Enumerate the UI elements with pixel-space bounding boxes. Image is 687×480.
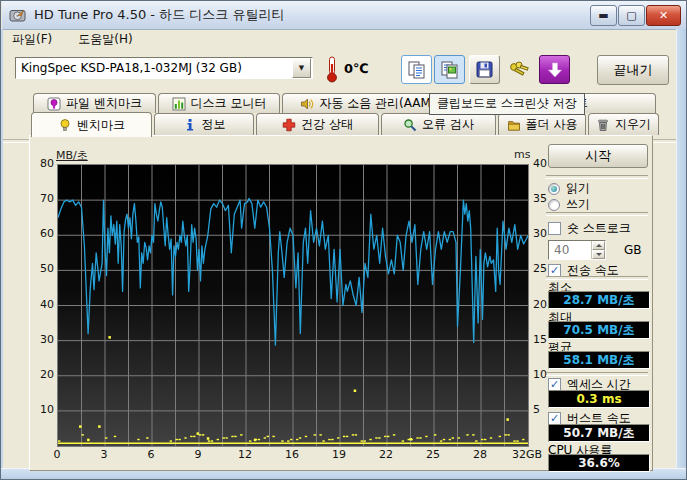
axis-tick: 6	[134, 448, 168, 461]
separator	[546, 212, 648, 216]
window-title: HD Tune Pro 4.50 - 하드 디스크 유틸리티	[34, 6, 284, 24]
update-button[interactable]	[539, 55, 570, 84]
spin-up-icon	[596, 244, 602, 247]
copy-screenshot-button[interactable]	[434, 55, 465, 84]
tab-info[interactable]: 정보	[154, 113, 254, 135]
left-axis-unit: MB/초	[56, 148, 88, 163]
tab-label: 폴더 사용	[526, 116, 578, 133]
axis-tick: 12	[228, 448, 262, 461]
health-cross-icon	[282, 118, 296, 132]
benchmark-page: MB/초 ms 8070605040302010 403530252015105…	[29, 135, 653, 471]
menu-help[interactable]: 도움말(H)	[78, 31, 132, 48]
window-border-right[interactable]	[676, 29, 686, 479]
axis-tick: 22	[369, 448, 403, 461]
thermometer-icon	[325, 55, 339, 83]
write-radio[interactable]	[548, 199, 560, 211]
axis-tick: 10	[30, 403, 54, 416]
copy-text-button[interactable]	[401, 55, 432, 84]
spin-down-icon	[596, 253, 602, 256]
benchmark-bulb-icon	[58, 118, 72, 132]
tab-label: 지우기	[615, 116, 651, 133]
axis-tick: 28	[463, 448, 497, 461]
drive-select[interactable]: KingSpec KSD-PA18,1-032MJ (32 GB) ▼	[15, 57, 313, 79]
cpu-usage-value: 36.6%	[548, 454, 650, 472]
read-radio[interactable]	[548, 183, 560, 195]
close-button[interactable]: ✕	[646, 5, 681, 26]
short-stroke-label: 숏 스트로크	[567, 220, 631, 237]
exit-button-label: 끝내기	[614, 61, 653, 79]
screenshot-tooltip: 클립보드로 스크린샷 저장	[429, 93, 585, 115]
tab-folder-usage[interactable]: 폴더 사용	[498, 113, 586, 135]
axis-tick: 80	[30, 157, 54, 170]
capacity-value: 40	[549, 241, 591, 259]
axis-tick: 50	[30, 262, 54, 275]
magnifier-icon	[403, 118, 417, 132]
file-benchmark-icon	[47, 97, 61, 111]
maximize-button[interactable]: ▢	[618, 5, 645, 26]
write-radio-label: 쓰기	[566, 196, 590, 213]
tab-label: 디스크 모니터	[191, 95, 267, 112]
info-icon	[183, 118, 197, 132]
axis-tick: 40	[30, 298, 54, 311]
separator	[546, 175, 648, 179]
max-value: 70.5 MB/초	[548, 321, 650, 339]
read-radio-row[interactable]: 읽기	[548, 180, 590, 197]
tab-disk-monitor[interactable]: 디스크 모니터	[158, 93, 280, 113]
spin-up-button[interactable]	[592, 241, 605, 250]
burst-rate-value: 50.7 MB/초	[548, 424, 650, 442]
temperature-value: 0℃	[344, 61, 369, 76]
exit-button[interactable]: 끝내기	[597, 55, 669, 85]
axis-tick: 25	[416, 448, 450, 461]
minimize-icon: ▬	[598, 10, 608, 21]
drive-select-value: KingSpec KSD-PA18,1-032MJ (32 GB)	[16, 61, 292, 75]
tab-health[interactable]: 건강 상태	[256, 113, 379, 135]
axis-tick: 19	[322, 448, 356, 461]
chevron-down-icon[interactable]: ▼	[292, 58, 311, 78]
hd-tune-window: HD Tune Pro 4.50 - 하드 디스크 유틸리티 ▬ ▢ ✕ 파일(…	[0, 0, 687, 480]
tab-label: 자동 소음 관리(AAM)	[319, 95, 435, 112]
options-button[interactable]	[502, 55, 533, 84]
write-radio-row[interactable]: 쓰기	[548, 196, 590, 213]
axis-tick: 0	[40, 448, 74, 461]
axis-tick: 32GB	[510, 448, 544, 461]
min-value: 28.7 MB/초	[548, 291, 650, 309]
close-icon: ✕	[659, 10, 668, 21]
benchmark-plot	[57, 164, 529, 447]
menu-file[interactable]: 파일(F)	[12, 31, 52, 48]
tab-benchmark[interactable]: 벤치마크	[31, 112, 152, 137]
tab-label: 건강 상태	[301, 116, 353, 133]
short-stroke-checkbox[interactable]	[548, 222, 561, 235]
start-button-label: 시작	[585, 147, 611, 165]
spin-down-button[interactable]	[592, 250, 605, 259]
tab-label: 벤치마크	[77, 117, 125, 134]
benchmark-plot-canvas	[58, 165, 528, 446]
disk-monitor-icon	[172, 97, 186, 111]
options-keys-icon	[507, 59, 529, 81]
axis-tick: 20	[30, 368, 54, 381]
window-border-left	[1, 29, 3, 479]
download-arrow-icon	[546, 61, 564, 79]
toolbar: KingSpec KSD-PA18,1-032MJ (32 GB) ▼ 0℃	[3, 49, 677, 91]
speaker-icon	[300, 97, 314, 111]
capacity-spinner[interactable]: 40	[548, 240, 606, 260]
tab-label: 오류 검사	[422, 116, 474, 133]
minimize-button[interactable]: ▬	[590, 5, 617, 26]
folder-icon	[507, 118, 521, 132]
avg-value: 58.1 MB/초	[548, 351, 650, 369]
tab-erase[interactable]: 지우기	[588, 113, 659, 135]
copy-screenshot-icon	[440, 60, 460, 80]
axis-tick: 16	[275, 448, 309, 461]
tab-label: 파일 벤치마크	[66, 95, 142, 112]
short-stroke-row[interactable]: 숏 스트로크	[548, 220, 631, 237]
tab-file-benchmark[interactable]: 파일 벤치마크	[33, 93, 156, 113]
start-button[interactable]: 시작	[548, 144, 648, 168]
save-button[interactable]	[469, 55, 500, 84]
tab-label: 정보	[202, 116, 226, 133]
tab-error-scan[interactable]: 오류 검사	[381, 113, 496, 135]
read-radio-label: 읽기	[566, 180, 590, 197]
title-bar[interactable]: HD Tune Pro 4.50 - 하드 디스크 유틸리티 ▬ ▢ ✕	[2, 1, 686, 30]
axis-tick: 3	[87, 448, 121, 461]
axis-tick: 30	[30, 333, 54, 346]
right-axis-unit: ms	[514, 148, 530, 161]
maximize-icon: ▢	[626, 10, 636, 21]
